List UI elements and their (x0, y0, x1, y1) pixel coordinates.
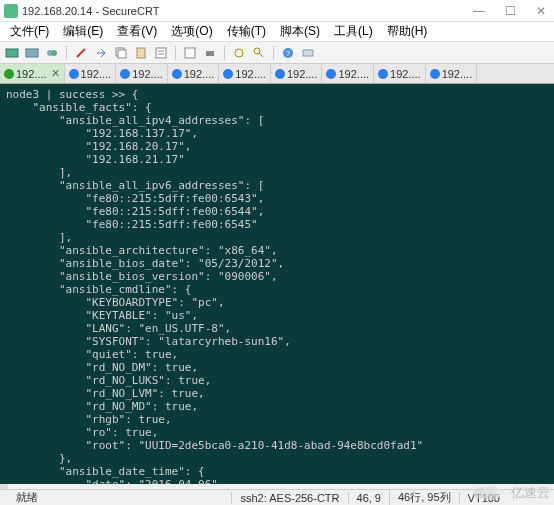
xfer-icon[interactable] (300, 45, 316, 61)
toolbar: ? (0, 42, 554, 64)
menu-options[interactable]: 选项(O) (165, 23, 218, 40)
svg-rect-17 (303, 50, 313, 56)
tab-label: 192.... (132, 68, 163, 80)
window-title: 192.168.20.14 - SecureCRT (22, 5, 469, 17)
status-dot-icon (430, 69, 440, 79)
tab-session[interactable]: 192.... (374, 64, 426, 84)
app-icon (4, 4, 18, 18)
status-rowcol: 46行, 95列 (389, 490, 459, 505)
menu-view[interactable]: 查看(V) (111, 23, 163, 40)
quick-connect-icon[interactable] (24, 45, 40, 61)
copy-icon[interactable] (113, 45, 129, 61)
menu-edit[interactable]: 编辑(E) (57, 23, 109, 40)
status-dot-icon (172, 69, 182, 79)
key-icon[interactable] (251, 45, 267, 61)
status-dot-icon (378, 69, 388, 79)
menu-file[interactable]: 文件(F) (4, 23, 55, 40)
tab-session[interactable]: 192.... (426, 64, 478, 84)
tab-session[interactable]: 192.... (168, 64, 220, 84)
status-dot-icon (326, 69, 336, 79)
status-cursor-pos: 46, 9 (348, 492, 389, 504)
tab-session[interactable]: 192.... (116, 64, 168, 84)
menu-script[interactable]: 脚本(S) (274, 23, 326, 40)
tab-session-active[interactable]: 192.... ✕ (0, 64, 65, 84)
separator (175, 46, 176, 60)
status-dot-icon (4, 69, 14, 79)
tab-bar: 192.... ✕ 192.... 192.... 192.... 192...… (0, 64, 554, 84)
tab-label: 192.... (235, 68, 266, 80)
tab-label: 192.... (184, 68, 215, 80)
menu-transfer[interactable]: 传输(T) (221, 23, 272, 40)
tab-session[interactable]: 192.... (322, 64, 374, 84)
menu-bar: 文件(F) 编辑(E) 查看(V) 选项(O) 传输(T) 脚本(S) 工具(L… (0, 22, 554, 42)
find-icon[interactable] (182, 45, 198, 61)
menu-help[interactable]: 帮助(H) (381, 23, 434, 40)
tab-session[interactable]: 192.... (271, 64, 323, 84)
svg-rect-7 (156, 48, 166, 58)
tab-label: 192.... (442, 68, 473, 80)
watermark: 亿速云 (469, 483, 550, 503)
svg-rect-10 (185, 48, 195, 58)
svg-text:?: ? (286, 49, 291, 58)
tab-label: 192.... (390, 68, 421, 80)
menu-tools[interactable]: 工具(L) (328, 23, 379, 40)
svg-rect-0 (6, 49, 18, 57)
svg-point-20 (495, 489, 503, 497)
separator (224, 46, 225, 60)
tab-label: 192.... (287, 68, 318, 80)
tab-label: 192.... (16, 68, 47, 80)
connect-icon[interactable] (4, 45, 20, 61)
svg-point-3 (51, 50, 57, 56)
tab-label: 192.... (338, 68, 369, 80)
svg-rect-5 (118, 50, 126, 58)
help-icon[interactable]: ? (280, 45, 296, 61)
tab-session[interactable]: 192.... (219, 64, 271, 84)
properties-icon[interactable] (153, 45, 169, 61)
tab-session[interactable]: 192.... (65, 64, 117, 84)
settings-icon[interactable] (231, 45, 247, 61)
tab-label: 192.... (81, 68, 112, 80)
action-icon[interactable] (73, 45, 89, 61)
enter-icon[interactable] (93, 45, 109, 61)
status-dot-icon (275, 69, 285, 79)
svg-rect-1 (26, 49, 38, 57)
status-dot-icon (223, 69, 233, 79)
status-dot-icon (69, 69, 79, 79)
minimize-button[interactable]: — (469, 4, 489, 18)
status-dot-icon (120, 69, 130, 79)
print-icon[interactable] (202, 45, 218, 61)
svg-rect-6 (137, 48, 145, 58)
tab-close-icon[interactable]: ✕ (51, 67, 60, 80)
svg-line-14 (259, 53, 263, 57)
status-cipher: ssh2: AES-256-CTR (231, 492, 347, 504)
separator (66, 46, 67, 60)
svg-point-12 (235, 49, 243, 57)
terminal-output[interactable]: node3 | success >> { "ansible_facts": { … (0, 84, 554, 484)
svg-rect-11 (206, 51, 214, 56)
status-ready: 就绪 (6, 490, 46, 505)
separator (273, 46, 274, 60)
reconnect-icon[interactable] (44, 45, 60, 61)
maximize-button[interactable]: ☐ (501, 4, 520, 18)
window-titlebar: 192.168.20.14 - SecureCRT — ☐ ✕ (0, 0, 554, 22)
paste-icon[interactable] (133, 45, 149, 61)
close-button[interactable]: ✕ (532, 4, 550, 18)
watermark-text: 亿速云 (511, 484, 550, 502)
